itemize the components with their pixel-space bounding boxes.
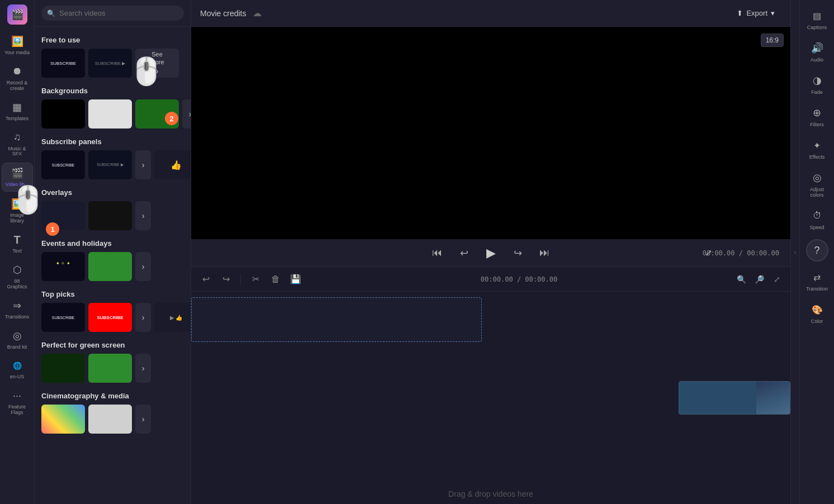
video-grid-subscribe-panels: SUBSCRIBE SUBSCRIBE ▶ › 👍 bbox=[41, 150, 184, 179]
rewind-button[interactable]: ↩ bbox=[455, 244, 473, 262]
cut-button[interactable]: ✂ bbox=[248, 272, 263, 287]
video-thumb[interactable] bbox=[88, 201, 132, 230]
redo-button[interactable]: ↪ bbox=[218, 272, 234, 287]
sidebar-label-brand-kit: Brand kit bbox=[7, 345, 27, 350]
sidebar-item-graphics[interactable]: ⬡ 88 Graphics bbox=[2, 260, 33, 293]
skip-to-end-button[interactable]: ⏭ bbox=[536, 244, 553, 262]
filters-label: Filters bbox=[810, 122, 824, 127]
save-button[interactable]: 💾 bbox=[288, 272, 304, 287]
sidebar-item-record[interactable]: ⏺ Record & create bbox=[2, 61, 33, 95]
your-media-icon: 🖼️ bbox=[11, 35, 24, 48]
arrow-next-button[interactable]: › bbox=[135, 303, 151, 332]
sidebar-item-video-lib[interactable]: 🎬 Video lib... bbox=[2, 163, 33, 192]
video-thumb[interactable]: SUBSCRIBE bbox=[41, 150, 85, 179]
video-thumb[interactable]: SUBSCRIBE bbox=[41, 303, 85, 332]
video-grid-overlays: › bbox=[41, 201, 184, 230]
sidebar-item-image-lib[interactable]: 🖼️ Image library bbox=[2, 194, 33, 227]
filters-panel-item[interactable]: ⊕ Filters bbox=[802, 102, 833, 132]
video-thumb[interactable]: SUBSCRIBE ▶ bbox=[88, 49, 132, 78]
sidebar-item-feature-flags[interactable]: ··· Feature Flags bbox=[2, 386, 33, 419]
video-thumb[interactable]: SUBSCRIBE ▶ bbox=[88, 150, 132, 179]
video-grid-green-screen: › bbox=[41, 354, 184, 383]
audio-icon: 🔊 bbox=[811, 41, 824, 55]
timeline-toolbar: ↩ ↪ ✂ 🗑 💾 00:00.00 / 00:00.00 🔍 🔎 ⤢ bbox=[191, 267, 790, 292]
drop-zone-label: Drag & drop videos here bbox=[448, 489, 533, 498]
color-panel-item[interactable]: 🎨 Color bbox=[802, 298, 833, 329]
adjust-colors-panel-item[interactable]: ◎ Adjust colors bbox=[802, 167, 833, 202]
video-thumb[interactable] bbox=[88, 405, 132, 434]
cloud-save-icon: ☁ bbox=[253, 8, 262, 18]
effects-panel-item[interactable]: ✦ Effects bbox=[802, 134, 833, 164]
arrow-next-button[interactable]: › bbox=[135, 252, 151, 281]
categories-scroll[interactable]: Free to use SUBSCRIBE SUBSCRIBE ▶ See mo… bbox=[35, 27, 191, 504]
fade-panel-item[interactable]: ◑ Fade bbox=[802, 69, 833, 99]
video-thumb[interactable] bbox=[41, 252, 85, 281]
text-icon: T bbox=[11, 233, 24, 246]
skip-to-start-button[interactable]: ⏮ bbox=[428, 244, 446, 262]
sidebar-item-your-media[interactable]: 🖼️ Your media bbox=[2, 31, 33, 59]
transition-panel-item[interactable]: ⇄ Transition bbox=[802, 266, 833, 296]
sidebar-label-record: Record & create bbox=[4, 80, 31, 92]
video-thumb[interactable] bbox=[41, 99, 85, 129]
app-logo: 🎬 bbox=[7, 4, 27, 25]
timeline-clip[interactable] bbox=[679, 381, 790, 415]
feature-flags-icon: ··· bbox=[11, 389, 24, 402]
arrow-next-button[interactable]: › bbox=[135, 150, 151, 179]
search-input[interactable] bbox=[41, 6, 184, 21]
video-thumb[interactable]: SUBSCRIBE bbox=[41, 49, 85, 78]
category-title-backgrounds: Backgrounds bbox=[41, 87, 184, 95]
timeline[interactable]: Drag & drop videos here bbox=[191, 292, 790, 504]
video-thumb[interactable]: 👍 bbox=[154, 150, 191, 179]
video-thumb[interactable] bbox=[88, 252, 132, 281]
delete-button[interactable]: 🗑 bbox=[268, 272, 283, 287]
category-title-top-picks: Top picks bbox=[41, 290, 184, 298]
sidebar-label-text: Text bbox=[12, 249, 22, 254]
transitions-icon: ⇒ bbox=[11, 299, 24, 312]
fit-button[interactable]: ⤢ bbox=[770, 273, 784, 286]
left-sidebar: 🎬 🖼️ Your media ⏺ Record & create ▦ Temp… bbox=[0, 0, 35, 504]
video-thumb[interactable] bbox=[88, 99, 132, 129]
sidebar-item-transitions[interactable]: ⇒ Transitions bbox=[2, 296, 33, 324]
audio-panel-item[interactable]: 🔊 Audio bbox=[802, 37, 833, 67]
category-title-subscribe-panels: Subscribe panels bbox=[41, 137, 184, 146]
sidebar-item-templates[interactable]: ▦ Templates bbox=[2, 97, 33, 125]
graphics-icon: ⬡ bbox=[11, 263, 24, 277]
category-top-picks: Top picks SUBSCRIBE SUBSCRIBE › ▶ 👍 bbox=[35, 286, 191, 336]
speed-icon: ⏱ bbox=[811, 209, 824, 222]
search-icon: 🔍 bbox=[47, 9, 55, 17]
content-panel: 🔍 Free to use SUBSCRIBE SUBSCRIBE ▶ See … bbox=[35, 0, 191, 504]
timecode-display: 00:00.00 / 00:00.00 bbox=[703, 249, 779, 257]
video-thumb[interactable]: ▶ 👍 bbox=[154, 303, 191, 332]
speed-panel-item[interactable]: ⏱ Speed bbox=[802, 205, 833, 235]
expand-button[interactable]: ⤢ bbox=[705, 248, 712, 258]
sidebar-item-music[interactable]: ♫ Music & SFX bbox=[2, 127, 33, 161]
collapse-panel-button[interactable]: ‹ bbox=[790, 0, 799, 504]
undo-button[interactable]: ↩ bbox=[198, 272, 214, 287]
speed-label: Speed bbox=[809, 225, 824, 230]
play-pause-button[interactable]: ▶ bbox=[482, 244, 500, 262]
sidebar-item-locale[interactable]: 🌐 en-US bbox=[2, 355, 33, 383]
arrow-next-button[interactable]: › bbox=[135, 354, 151, 383]
forward-button[interactable]: ↪ bbox=[509, 244, 527, 262]
templates-icon: ▦ bbox=[11, 101, 24, 114]
video-thumb[interactable] bbox=[41, 405, 85, 434]
main-area: Movie credits ☁ ⬆ Export ▾ 16:9 ⏮ ↩ ▶ ↪ … bbox=[191, 0, 790, 504]
arrow-next-button[interactable]: › bbox=[135, 405, 151, 434]
video-thumb[interactable] bbox=[88, 354, 132, 383]
transition-label: Transition bbox=[806, 286, 828, 292]
export-button[interactable]: ⬆ Export ▾ bbox=[730, 6, 781, 21]
sidebar-item-brand-kit[interactable]: ◎ Brand kit bbox=[2, 326, 33, 354]
help-button[interactable]: ? bbox=[806, 239, 828, 261]
sidebar-item-text[interactable]: T Text bbox=[2, 230, 33, 258]
zoom-in-button[interactable]: 🔍 bbox=[735, 273, 748, 286]
category-subscribe-panels: Subscribe panels SUBSCRIBE SUBSCRIBE ▶ ›… bbox=[35, 133, 191, 184]
zoom-out-button[interactable]: 🔎 bbox=[752, 273, 766, 286]
aspect-ratio-button[interactable]: 16:9 bbox=[761, 34, 784, 47]
video-thumb[interactable]: SUBSCRIBE bbox=[88, 303, 132, 332]
arrow-next-button[interactable]: › bbox=[135, 201, 151, 230]
captions-panel-item[interactable]: ▤ Captions bbox=[802, 4, 833, 35]
arrow-next-button[interactable]: › bbox=[182, 99, 191, 129]
see-more-button[interactable]: See more › bbox=[135, 49, 179, 78]
video-lib-icon: 🎬 bbox=[11, 167, 24, 180]
video-thumb[interactable] bbox=[41, 354, 85, 383]
